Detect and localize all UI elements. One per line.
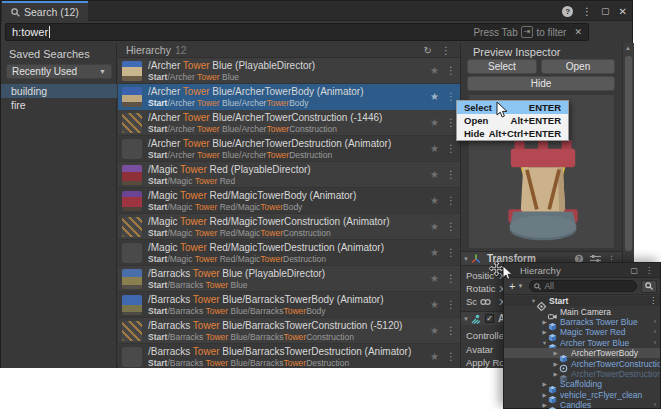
scroll-up-icon[interactable]: ▲: [625, 45, 631, 51]
results-menu-icon[interactable]: ⋮: [441, 45, 451, 56]
text-segment: Construction: [289, 124, 337, 134]
foldout-closed-icon[interactable]: ▶: [552, 371, 559, 377]
menu-item-open[interactable]: Open Alt+ENTER: [457, 114, 568, 127]
link-icon[interactable]: [480, 298, 491, 306]
favorite-star-icon[interactable]: ★: [430, 65, 439, 76]
search-result-row[interactable]: /Barracks Tower Blue (PlayableDirector)S…: [118, 266, 460, 292]
favorite-star-icon[interactable]: ★: [430, 325, 439, 336]
hierarchy-tree-row[interactable]: ▼Start⋮: [504, 296, 660, 306]
text-segment: /Magic: [148, 190, 180, 201]
saved-searches-sort-dropdown[interactable]: Recently Used ▼: [6, 64, 112, 79]
window-menu-icon[interactable]: ⋮: [582, 6, 592, 17]
create-button[interactable]: +: [509, 280, 515, 292]
hierarchy-menu-icon[interactable]: ⋮: [645, 266, 653, 275]
favorite-star-icon[interactable]: ★: [430, 195, 439, 206]
search-result-row[interactable]: /Magic Tower Red/MagicTowerDestruction (…: [118, 240, 460, 266]
row-menu-icon[interactable]: ⋮: [446, 65, 456, 76]
hierarchy-search-input[interactable]: All: [529, 280, 637, 292]
match-highlight: Tower: [180, 216, 207, 227]
row-menu-icon[interactable]: ⋮: [446, 325, 456, 336]
foldout-open-icon[interactable]: ▼: [530, 298, 537, 304]
search-result-row[interactable]: /Barracks Tower Blue/BarracksTowerDestru…: [118, 344, 460, 368]
row-menu-icon[interactable]: ⋮: [446, 143, 456, 154]
search-result-row[interactable]: /Archer Tower Blue/ArcherTowerBody (Anim…: [118, 84, 460, 110]
foldout-closed-icon[interactable]: ▶: [541, 319, 548, 325]
sync-icon[interactable]: ↻: [424, 45, 432, 56]
favorite-star-icon[interactable]: ★: [430, 351, 439, 362]
row-menu-icon[interactable]: ⋮: [446, 247, 456, 258]
hierarchy-tree-row[interactable]: ▶ArcherTowerConstruction: [504, 358, 660, 368]
clear-search-icon[interactable]: ✕: [574, 27, 582, 37]
advanced-search-button[interactable]: [641, 280, 657, 293]
hierarchy-tab[interactable]: Hierarchy: [520, 265, 630, 276]
favorite-star-icon[interactable]: ★: [430, 299, 439, 310]
foldout-closed-icon[interactable]: ▶: [541, 392, 548, 398]
prefab-chevron-icon[interactable]: ›: [654, 327, 656, 337]
prefab-chevron-icon[interactable]: ›: [654, 338, 656, 348]
favorite-star-icon[interactable]: ★: [430, 221, 439, 232]
enabled-checkbox[interactable]: ✓: [485, 314, 494, 323]
scrollbar-thumb[interactable]: [625, 56, 632, 251]
hierarchy-tree-row[interactable]: ▶Barracks Tower Blue›: [504, 317, 660, 327]
menu-item-hide[interactable]: Hide Alt+Ctrl+ENTER: [457, 127, 568, 140]
match-highlight: Tower: [195, 176, 218, 186]
prefab-chevron-icon[interactable]: ›: [654, 317, 656, 327]
row-menu-icon[interactable]: ⋮: [446, 195, 456, 206]
close-icon[interactable]: ✕: [619, 6, 627, 17]
hierarchy-tree-row[interactable]: Main Camera: [504, 306, 660, 316]
scene-menu-icon[interactable]: ⋮: [649, 296, 657, 306]
hierarchy-tree-row[interactable]: ▶vehicle_rcFlyer_clean: [504, 390, 660, 400]
open-button[interactable]: Open: [541, 59, 615, 74]
row-menu-icon[interactable]: ⋮: [446, 299, 456, 310]
foldout-closed-icon[interactable]: ▶: [552, 361, 559, 367]
result-text: /Magic Tower Red/MagicTowerBody (Animato…: [148, 190, 426, 212]
favorite-star-icon[interactable]: ★: [430, 117, 439, 128]
search-result-row[interactable]: /Magic Tower Red/MagicTowerBody (Animato…: [118, 188, 460, 214]
foldout-open-icon[interactable]: ▼: [461, 256, 471, 262]
foldout-closed-icon[interactable]: ▶: [552, 350, 559, 356]
favorite-star-icon[interactable]: ★: [430, 143, 439, 154]
archer-tower-thumbnail: [122, 61, 142, 81]
prefab-chevron-icon[interactable]: ›: [654, 400, 656, 409]
row-menu-icon[interactable]: ⋮: [446, 351, 456, 362]
hide-button[interactable]: Hide: [467, 76, 615, 91]
restore-icon[interactable]: ▢: [630, 266, 638, 275]
hierarchy-tree-row[interactable]: ▶Magic Tower Red›: [504, 327, 660, 337]
foldout-closed-icon[interactable]: ▶: [541, 329, 548, 335]
saved-search-item-fire[interactable]: fire: [1, 98, 117, 112]
foldout-open-icon[interactable]: ▼: [461, 316, 471, 322]
help-icon[interactable]: ?: [562, 6, 573, 17]
search-result-row[interactable]: /Archer Tower Blue/ArcherTowerConstructi…: [118, 110, 460, 136]
search-result-row[interactable]: /Magic Tower Red (PlayableDirector)Start…: [118, 162, 460, 188]
hierarchy-tree-row[interactable]: ▶Candles›: [504, 400, 660, 409]
search-result-row[interactable]: /Magic Tower Red/MagicTowerConstruction …: [118, 214, 460, 240]
favorite-star-icon[interactable]: ★: [430, 169, 439, 180]
tab-search[interactable]: Search (12): [2, 1, 88, 21]
favorite-star-icon[interactable]: ★: [430, 91, 439, 102]
hierarchy-tree-row[interactable]: ▶Scaffolding: [504, 379, 660, 389]
search-result-row[interactable]: /Archer Tower Blue/ArcherTowerDestructio…: [118, 136, 460, 162]
restore-icon[interactable]: ▢: [601, 6, 610, 16]
favorite-star-icon[interactable]: ★: [430, 273, 439, 284]
saved-search-item-building[interactable]: building: [1, 84, 117, 98]
row-menu-icon[interactable]: ⋮: [446, 221, 456, 232]
foldout-closed-icon[interactable]: ▶: [541, 381, 548, 387]
hierarchy-tree-row[interactable]: ▶ArcherTowerBody: [504, 348, 660, 358]
search-input[interactable]: h:tower Press Tab ⇥ to filter ✕: [5, 23, 589, 41]
search-result-row[interactable]: /Barracks Tower Blue/BarracksTowerConstr…: [118, 318, 460, 344]
text-segment: /Archer: [167, 72, 197, 82]
foldout-closed-icon[interactable]: ▶: [541, 402, 548, 408]
row-menu-icon[interactable]: ⋮: [446, 117, 456, 128]
chevron-down-icon[interactable]: ▼: [517, 283, 523, 289]
favorite-star-icon[interactable]: ★: [430, 247, 439, 258]
row-menu-icon[interactable]: ⋮: [446, 169, 456, 180]
hierarchy-tree-row[interactable]: ▶ArcherTowerDestruction: [504, 369, 660, 379]
search-result-row[interactable]: /Barracks Tower Blue/BarracksTowerBody (…: [118, 292, 460, 318]
hierarchy-tree-row[interactable]: ▼Archer Tower Blue›: [504, 338, 660, 348]
row-menu-icon[interactable]: ⋮: [446, 273, 456, 284]
menu-item-select[interactable]: Select ENTER: [457, 101, 568, 114]
foldout-open-icon[interactable]: ▼: [541, 340, 548, 346]
row-menu-icon[interactable]: ⋮: [446, 91, 456, 102]
select-button[interactable]: Select: [467, 59, 537, 74]
search-result-row[interactable]: /Archer Tower Blue (PlayableDirector)Sta…: [118, 58, 460, 84]
